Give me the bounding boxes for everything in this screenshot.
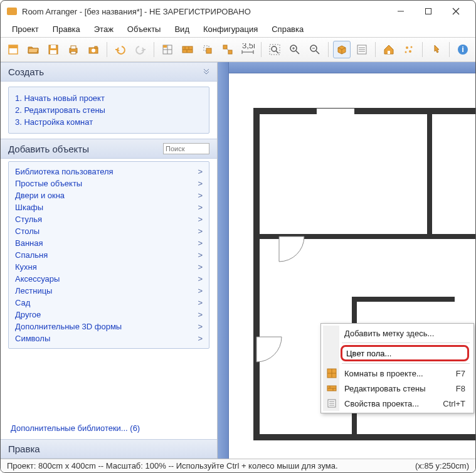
svg-rect-11 <box>71 51 76 54</box>
section-add-objects-title: Добавить объекты <box>8 144 163 154</box>
category-chairs[interactable]: Стулья> <box>13 213 205 225</box>
category-garden[interactable]: Сад> <box>13 297 205 309</box>
toolbar-separator <box>422 42 423 57</box>
minimize-button[interactable] <box>388 3 414 20</box>
svg-point-13 <box>92 49 95 53</box>
toolbar-zoomfit-icon[interactable] <box>266 41 283 58</box>
create-step-1[interactable]: 1. Начать новый проект <box>15 92 203 104</box>
svg-line-28 <box>227 49 228 50</box>
svg-rect-5 <box>9 45 18 48</box>
app-logo-icon <box>7 8 17 15</box>
category-kitchen[interactable]: Кухня> <box>13 261 205 273</box>
toolbar-separator <box>449 42 450 57</box>
svg-point-51 <box>405 51 407 53</box>
category-symbols[interactable]: Символы> <box>13 332 205 344</box>
search-input[interactable] <box>163 143 209 154</box>
ctx-project-props[interactable]: Свойства проекта...Ctrl+T <box>323 396 472 411</box>
category-3d-shapes[interactable]: Дополнительные 3D формы> <box>13 321 205 332</box>
chevron-right-icon: > <box>198 262 203 272</box>
chevron-right-icon: > <box>198 322 203 331</box>
svg-rect-10 <box>71 46 76 49</box>
category-simple-objects[interactable]: Простые объекты> <box>13 178 205 189</box>
ctx-floor-color[interactable]: Цвет пола... <box>341 345 469 361</box>
menu-floor[interactable]: Этаж <box>88 23 120 35</box>
properties-icon <box>327 398 337 408</box>
toolbar-group-icon[interactable] <box>219 41 236 58</box>
toolbar-effects-icon[interactable] <box>400 41 418 58</box>
svg-rect-1 <box>426 9 431 14</box>
create-step-3[interactable]: 3. Настройка комнат <box>15 116 203 128</box>
close-button[interactable] <box>443 3 469 20</box>
toolbar-floorplan-icon[interactable] <box>159 41 176 58</box>
chevron-right-icon: > <box>198 179 203 188</box>
toolbar-camera-icon[interactable] <box>85 41 102 58</box>
svg-point-48 <box>406 46 408 49</box>
category-bedroom[interactable]: Спальня> <box>13 249 205 261</box>
chevron-right-icon: > <box>198 286 203 295</box>
toolbar-new-icon[interactable] <box>4 41 22 58</box>
toolbar-zoomin-icon[interactable] <box>286 41 304 58</box>
section-create-header[interactable]: Создать <box>1 62 217 82</box>
canvas-area[interactable]: Добавить метку здесь... Цвет пола... Ком… <box>218 62 475 459</box>
ctx-rooms-project[interactable]: Комнаты в проекте...F7 <box>323 366 472 381</box>
category-wardrobes[interactable]: Шкафы> <box>13 201 205 213</box>
svg-text:i: i <box>462 45 464 54</box>
ruler-vertical <box>218 62 229 459</box>
svg-rect-18 <box>163 45 167 48</box>
chevron-right-icon: > <box>198 334 203 343</box>
section-create-title: Создать <box>8 66 203 77</box>
sidebar: Создать 1. Начать новый проект 2. Редакт… <box>1 62 218 459</box>
chevron-right-icon: > <box>198 203 203 212</box>
create-step-2[interactable]: 2. Редактировать стены <box>15 104 203 116</box>
category-other[interactable]: Другое> <box>13 309 205 321</box>
rooms-icon <box>327 368 337 378</box>
menu-objects[interactable]: Объекты <box>121 23 167 35</box>
toolbar-info-icon[interactable]: i <box>454 41 472 58</box>
category-stairs[interactable]: Лестницы> <box>13 285 205 297</box>
toolbar-object-icon[interactable] <box>199 41 216 58</box>
svg-rect-26 <box>223 45 227 49</box>
context-menu-separator <box>342 363 470 364</box>
category-bathroom[interactable]: Ванная> <box>13 237 205 249</box>
category-accessories[interactable]: Аксессуары> <box>13 273 205 285</box>
toolbar-list-icon[interactable] <box>353 41 371 58</box>
svg-rect-58 <box>317 109 354 115</box>
category-user-library[interactable]: Библиотека пользователя> <box>13 166 205 178</box>
ctx-add-label[interactable]: Добавить метку здесь... <box>323 326 472 341</box>
context-menu-separator <box>342 343 470 343</box>
menu-config[interactable]: Конфигурация <box>197 23 264 35</box>
chevron-right-icon: > <box>198 238 203 248</box>
category-list: Библиотека пользователя> Простые объекты… <box>1 159 217 418</box>
chevron-right-icon: > <box>198 167 203 176</box>
toolbar-open-icon[interactable] <box>24 41 42 58</box>
ctx-edit-walls[interactable]: Редактировать стеныF8 <box>323 381 472 396</box>
toolbar-save-icon[interactable] <box>45 41 62 58</box>
status-bar: Проект: 800cm x 400cm -- Масштаб: 100% -… <box>1 459 475 472</box>
toolbar-3d-icon[interactable] <box>333 41 351 58</box>
maximize-button[interactable] <box>415 3 442 20</box>
chevron-right-icon: > <box>198 191 203 200</box>
toolbar-pointer-icon[interactable] <box>427 41 445 58</box>
create-steps-box: 1. Начать новый проект 2. Редактировать … <box>8 87 209 134</box>
toolbar-print-icon[interactable] <box>65 41 82 58</box>
toolbar-zoomout-icon[interactable] <box>306 41 324 58</box>
svg-line-35 <box>276 51 278 53</box>
category-doors-windows[interactable]: Двери и окна> <box>13 189 205 201</box>
toolbar-wall-icon[interactable] <box>179 41 196 58</box>
extra-libraries-link[interactable]: Дополнительные библиотеки... (6) <box>1 418 217 439</box>
window-title: Room Arranger - [без названия*] - НЕ ЗАР… <box>22 7 388 16</box>
chevron-right-icon: > <box>198 215 203 224</box>
toolbar-house-icon[interactable] <box>380 41 398 58</box>
ruler-horizontal <box>229 62 475 73</box>
menu-help[interactable]: Справка <box>265 23 310 35</box>
menu-view[interactable]: Вид <box>168 23 196 35</box>
category-tables[interactable]: Столы> <box>13 225 205 237</box>
menu-project[interactable]: Проект <box>6 23 45 35</box>
canvas[interactable]: Добавить метку здесь... Цвет пола... Ком… <box>229 73 475 459</box>
menu-edit[interactable]: Правка <box>46 23 87 35</box>
toolbar-undo-icon[interactable] <box>112 41 129 58</box>
toolbar-redo-icon[interactable] <box>132 41 149 58</box>
section-edit-header[interactable]: Правка <box>1 439 217 459</box>
section-add-objects-header[interactable]: Добавить объекты <box>1 139 217 159</box>
toolbar-measure-icon[interactable]: 3,5m <box>239 41 257 58</box>
